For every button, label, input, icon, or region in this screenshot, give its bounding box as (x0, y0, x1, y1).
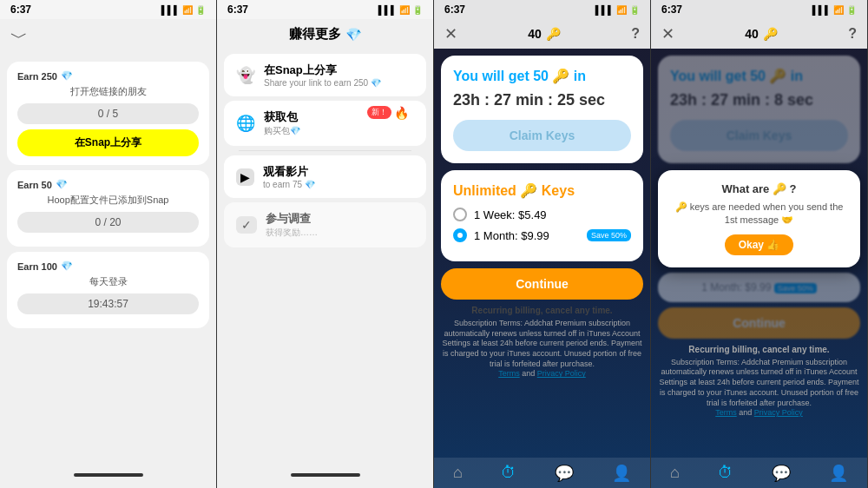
wifi-icon-2: 📶 (399, 5, 410, 15)
menu-text-pack: 获取包 购买包💎 (264, 109, 300, 137)
menu-title-survey: 参与调查 (266, 211, 318, 227)
you-get-title: You will get 50 🔑 in (453, 68, 631, 84)
menu-text-snap: 在Snap上分享 Share your link to earn 250 💎 (264, 63, 381, 88)
snap-icon: 👻 (236, 66, 255, 85)
continue-button-3[interactable]: Continue (441, 268, 643, 300)
wifi-icon-4: 📶 (833, 5, 844, 15)
status-icons-2: ▌▌▌ 📶 🔋 (378, 5, 423, 15)
menu-sub-video: to earn 75 💎 (263, 180, 315, 189)
earn-card-3: Earn 100 💎 每天登录 19:43:57 (7, 252, 209, 328)
menu-item-pack[interactable]: 🌐 获取包 购买包💎 新！ 🔥 (224, 101, 426, 146)
earn-card-2: Earn 50 💎 Hoop配置文件已添加到Snap 0 / 20 (7, 170, 209, 247)
unlimited-title: Unlimited 🔑 Keys (453, 182, 631, 199)
tooltip-title: What are 🔑 ? (670, 182, 848, 195)
earn-card-1: Earn 250 💎 打开您链接的朋友 0 / 5 在Snap上分享 (7, 62, 209, 165)
blurred-card-4: You will get 50 🔑 in 23h : 27 min : 8 se… (658, 56, 860, 163)
status-icons-1: ▌▌▌ 📶 🔋 (161, 5, 206, 15)
question-button-4[interactable]: ? (848, 26, 857, 42)
claim-keys-button-4: Claim Keys (670, 120, 848, 151)
status-bar-4: 6:37 ▌▌▌ 📶 🔋 (651, 0, 867, 19)
blurred-options-4: 1 Month: $9.99 Save 50% (658, 273, 860, 302)
timer-1: 19:43:57 (17, 293, 199, 314)
you-get-title-4: You will get 50 🔑 in (670, 68, 848, 84)
nav-bar-4: ⌂ ⏱ 💬 👤 (651, 458, 867, 488)
panel3-topbar: ✕ 40 🔑 ? (434, 19, 650, 49)
keys-number-3: 40 (528, 27, 542, 41)
home-indicator-1 (0, 462, 216, 488)
menu-item-snap[interactable]: 👻 在Snap上分享 Share your link to earn 250 💎 (224, 54, 426, 96)
nav-keys-icon[interactable]: ⏱ (501, 464, 516, 482)
menu-item-survey[interactable]: ✓ 参与调查 获得奖励…… (224, 202, 426, 247)
key-icon-3: 🔑 (546, 27, 561, 41)
close-button-3[interactable]: ✕ (444, 24, 457, 43)
status-time-3: 6:37 (444, 3, 465, 16)
option-week[interactable]: 1 Week: $5.49 (453, 208, 631, 221)
new-badge: 新！ (367, 106, 391, 119)
menu-title-snap: 在Snap上分享 (264, 63, 381, 78)
earn-badge-2: Earn 50 💎 (17, 179, 199, 190)
status-bar-1: 6:37 ▌▌▌ 📶 🔋 (0, 0, 216, 19)
status-bar-2: 6:37 ▌▌▌ 📶 🔋 (217, 0, 433, 19)
battery-icon-3: 🔋 (629, 5, 640, 15)
keys-count-4: 40 🔑 (745, 27, 778, 41)
back-arrow[interactable]: ﹀ (10, 26, 28, 49)
progress-1: 0 / 5 (17, 103, 199, 124)
keys-number-4: 40 (745, 27, 759, 41)
battery-icon: 🔋 (195, 5, 206, 15)
question-button-3[interactable]: ? (631, 26, 640, 42)
nav-keys-icon-4[interactable]: ⏱ (718, 464, 733, 482)
earn-label-1: Earn 250 (17, 71, 57, 82)
panel2-diamond: 💎 (345, 27, 362, 43)
countdown-timer: 23h : 27 min : 25 sec (453, 91, 631, 109)
privacy-link-4[interactable]: Privacy Policy (754, 408, 803, 417)
menu-text-survey: 参与调查 获得奖励…… (266, 211, 318, 239)
battery-icon-4: 🔋 (846, 5, 857, 15)
status-icons-3: ▌▌▌ 📶 🔋 (595, 5, 640, 15)
nav-bar-3: ⌂ ⏱ 💬 👤 (434, 458, 650, 488)
diamond-icon-1: 💎 (61, 70, 73, 82)
nav-home-icon-4[interactable]: ⌂ (670, 464, 680, 482)
earn-label-2: Earn 50 (17, 180, 52, 190)
radio-week[interactable] (453, 208, 467, 221)
earn-desc-2: Hoop配置文件已添加到Snap (17, 194, 199, 207)
home-indicator-2 (217, 462, 433, 488)
terms-link-4[interactable]: Terms (715, 408, 737, 417)
billing-text-3: Recurring billing, cancel any time. Subs… (441, 305, 643, 379)
wifi-icon: 📶 (182, 5, 193, 15)
video-icon: ▶ (236, 168, 254, 186)
okay-button[interactable]: Okay 👍 (725, 234, 794, 255)
panel-earn-more: 6:37 ▌▌▌ 📶 🔋 赚得更多 💎 👻 在Snap上分享 Share you… (217, 0, 434, 488)
nav-chat-icon[interactable]: 💬 (555, 464, 574, 483)
terms-link-3[interactable]: Terms (498, 369, 520, 378)
close-button-4[interactable]: ✕ (661, 24, 674, 43)
nav-profile-icon[interactable]: 👤 (612, 464, 631, 483)
nav-chat-icon-4[interactable]: 💬 (772, 464, 791, 483)
billing-text-4: Recurring billing, cancel any time. Subs… (658, 344, 860, 419)
status-bar-3: 6:37 ▌▌▌ 📶 🔋 (434, 0, 650, 19)
menu-item-video[interactable]: ▶ 观看影片 to earn 75 💎 (224, 155, 426, 198)
save-badge: Save 50% (587, 229, 631, 241)
claim-keys-card: You will get 50 🔑 in 23h : 27 min : 25 s… (441, 56, 643, 163)
blurred-continue-4: Continue (658, 307, 860, 339)
wifi-icon-3: 📶 (616, 5, 627, 15)
status-time-1: 6:37 (10, 3, 31, 16)
snap-share-button[interactable]: 在Snap上分享 (17, 129, 199, 156)
earn-desc-1: 打开您链接的朋友 (17, 85, 199, 98)
option-month[interactable]: 1 Month: $9.99 Save 50% (453, 228, 631, 242)
tooltip-card: What are 🔑 ? 🔑 keys are needed when you … (658, 170, 860, 267)
nav-profile-icon-4[interactable]: 👤 (829, 464, 848, 483)
survey-icon: ✓ (236, 216, 257, 234)
tooltip-desc: 🔑 keys are needed when you send the 1st … (670, 201, 848, 228)
signal-icon: ▌▌▌ (161, 5, 180, 15)
claim-keys-button[interactable]: Claim Keys (453, 120, 631, 151)
unlimited-keys-card: Unlimited 🔑 Keys 1 Week: $5.49 1 Month: … (441, 170, 643, 261)
diamond-icon-3: 💎 (61, 260, 73, 272)
panel-keys-tooltip: 6:37 ▌▌▌ 📶 🔋 ✕ 40 🔑 ? You will get 50 🔑 … (651, 0, 868, 488)
menu-title-pack: 获取包 (264, 109, 300, 125)
earn-badge-1: Earn 250 💎 (17, 70, 199, 82)
privacy-link-3[interactable]: Privacy Policy (537, 369, 586, 378)
signal-icon-3: ▌▌▌ (595, 5, 614, 15)
nav-home-icon[interactable]: ⌂ (453, 464, 463, 482)
pack-icon: 🌐 (236, 114, 255, 133)
radio-month[interactable] (453, 228, 467, 242)
